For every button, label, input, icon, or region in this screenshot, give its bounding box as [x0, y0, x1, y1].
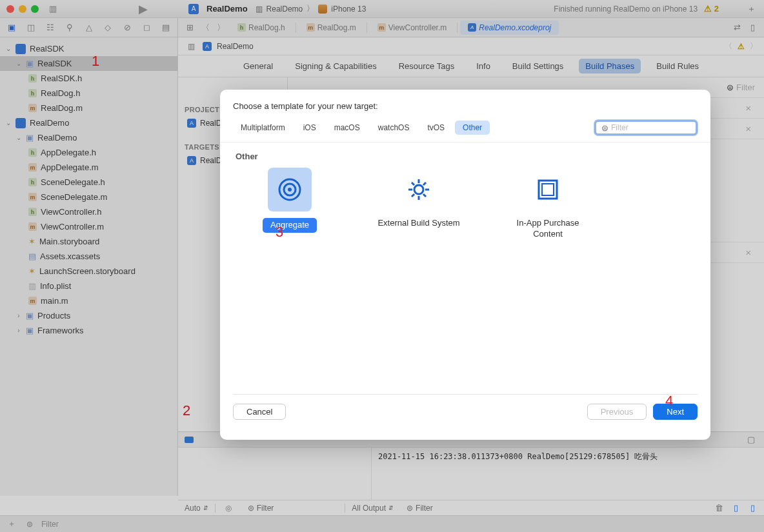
template-section-header: Other — [233, 149, 698, 168]
box-icon — [526, 168, 570, 212]
template-label: External Build System — [377, 218, 459, 229]
cancel-button[interactable]: Cancel — [233, 404, 286, 420]
filter-icon: ⊜ — [601, 123, 608, 133]
sheet-title: Choose a template for your new target: — [220, 90, 710, 117]
next-button[interactable]: Next — [653, 404, 698, 420]
template-label: In-App Purchase Content — [503, 218, 593, 240]
platform-tab[interactable]: watchOS — [370, 121, 417, 135]
template-filter[interactable]: ⊜ — [594, 120, 698, 135]
platform-tab[interactable]: macOS — [327, 121, 368, 135]
platform-tab[interactable]: Multiplatform — [233, 121, 293, 135]
new-target-sheet: Choose a template for your new target: M… — [220, 90, 710, 440]
platform-tab[interactable]: tvOS — [419, 121, 452, 135]
platform-tabs: Multiplatform iOS macOS watchOS tvOS Oth… — [220, 117, 710, 143]
svg-rect-5 — [542, 184, 554, 195]
modal-overlay: Choose a template for your new target: M… — [0, 0, 764, 532]
svg-point-2 — [288, 188, 292, 192]
template-label: Aggregate — [263, 218, 317, 233]
svg-point-3 — [414, 185, 423, 194]
gear-icon — [397, 168, 441, 212]
template-aggregate[interactable]: Aggregate — [245, 168, 335, 240]
platform-tab-active[interactable]: Other — [455, 121, 490, 135]
previous-button[interactable]: Previous — [587, 404, 647, 420]
filter-input[interactable] — [611, 123, 690, 132]
template-iap-content[interactable]: In-App Purchase Content — [503, 168, 593, 240]
platform-tab[interactable]: iOS — [296, 121, 324, 135]
target-icon — [268, 168, 312, 212]
template-external-build[interactable]: External Build System — [374, 168, 464, 240]
